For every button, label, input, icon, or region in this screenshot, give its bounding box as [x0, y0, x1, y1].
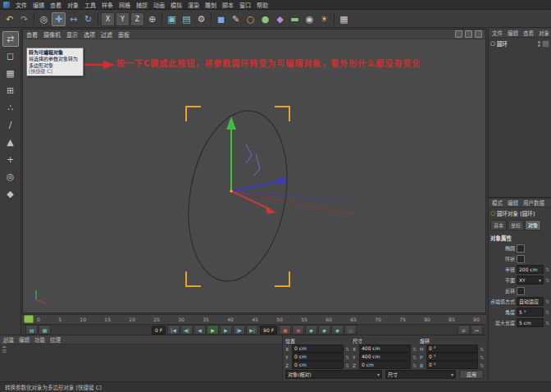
visibility-dots-icon[interactable] [538, 41, 540, 47]
render-settings-icon[interactable]: ⚙ [194, 12, 208, 26]
viewport-canvas[interactable] [23, 30, 487, 314]
z-axis-lock-icon[interactable]: Z [130, 12, 144, 26]
convert-to-editable-icon[interactable]: ⇄ [2, 31, 19, 47]
menu-item[interactable]: 动画 [153, 1, 165, 9]
timeline-ruler[interactable]: 051015202530354045505560657075808590 [22, 314, 486, 324]
menu-item[interactable]: 雕刻 [205, 1, 216, 9]
polygons-mode-icon[interactable]: ▲ [2, 134, 19, 150]
object-name[interactable]: 圆环 [497, 39, 508, 48]
apply-button[interactable]: 应用 [459, 370, 484, 379]
render-region-icon[interactable]: ▤ [180, 12, 194, 26]
menu-item[interactable]: 样条 [102, 1, 113, 9]
autokey-button[interactable]: ◉ [292, 325, 304, 335]
viewport-menu-item[interactable]: 过滤 [101, 30, 112, 39]
attribute-control[interactable] [517, 287, 525, 295]
viewport-menu-item[interactable]: 面板 [118, 30, 130, 39]
points-mode-icon[interactable]: ∴ [2, 100, 19, 116]
spinner-icon[interactable]: ⇅ [345, 346, 349, 352]
toolbar-separator[interactable] [34, 13, 34, 25]
x-axis-lock-icon[interactable]: X [101, 12, 115, 26]
record-parameter-button[interactable]: ◇ [344, 325, 357, 335]
axis-mode-icon[interactable]: + [2, 152, 19, 167]
timeline-scrubber[interactable] [24, 315, 34, 323]
object-manager-menu-item[interactable]: 编辑 [508, 29, 518, 37]
spinner-icon[interactable]: ⇅ [412, 346, 417, 352]
object-manager-menu-item[interactable]: 查看 [523, 29, 534, 37]
record-scale-button[interactable]: ◆ [318, 325, 330, 335]
spinner-icon[interactable]: ⇅ [480, 354, 484, 360]
attribute-control[interactable]: 200 cm [517, 265, 544, 274]
model-mode-icon[interactable]: ◻ [2, 48, 19, 64]
viewport-menu-item[interactable]: 显示 [66, 30, 78, 39]
play-button[interactable]: ▶ [207, 325, 219, 335]
menu-item[interactable]: 文件 [16, 1, 27, 9]
record-keyframe-button[interactable]: ● [279, 325, 291, 335]
viewport-maximize-icon[interactable] [475, 30, 482, 38]
attribute-tab[interactable]: 坐标 [508, 220, 524, 230]
prev-frame-button[interactable]: ◀ [194, 325, 206, 335]
spinner-icon[interactable]: ⇅ [345, 354, 349, 360]
spinner-icon[interactable]: ⇅ [412, 354, 417, 360]
toolbar-separator[interactable] [162, 13, 162, 25]
goto-end-button[interactable]: ▶| [246, 325, 258, 335]
attribute-control[interactable] [517, 255, 525, 263]
coordinate-field[interactable]: 0 cm [292, 361, 344, 369]
viewport-menu-item[interactable]: 查看 [26, 30, 38, 39]
keyframe-track-icon[interactable]: ▦ [39, 325, 51, 335]
edges-mode-icon[interactable]: ∕ [2, 117, 19, 133]
material-menu-item[interactable]: 功能 [34, 335, 45, 344]
coordinate-field[interactable]: 0 ° [426, 353, 478, 361]
y-axis-handle[interactable] [226, 116, 236, 191]
render-view-icon[interactable]: ▣ [165, 12, 179, 26]
attribute-tab[interactable]: 基本 [490, 220, 507, 230]
texture-mode-icon[interactable]: ▦ [2, 66, 19, 81]
spinner-icon[interactable]: ⇅ [412, 362, 417, 368]
coordinate-field[interactable]: 0 cm [292, 344, 344, 353]
add-cube-icon[interactable]: ◼ [214, 12, 228, 26]
viewport-menu-item[interactable]: 选项 [84, 30, 95, 39]
prev-key-button[interactable]: ◀| [180, 325, 193, 335]
menu-item[interactable]: 编辑 [33, 1, 44, 9]
move-tool-icon[interactable]: ✚ [52, 12, 66, 26]
coordinate-field[interactable]: 0 cm [359, 361, 411, 369]
array-object-icon[interactable]: ◆ [273, 12, 287, 26]
coordinate-system-icon[interactable]: ⊕ [145, 12, 159, 26]
object-manager-menu-item[interactable]: 文件 [492, 29, 503, 37]
goto-start-button[interactable]: |◀ [167, 325, 180, 335]
spinner-icon[interactable]: ⇅ [545, 309, 549, 315]
spinner-icon[interactable]: ⇅ [545, 299, 549, 304]
spinner-icon[interactable]: ⇅ [480, 362, 484, 368]
coordinate-mode-dropdown[interactable]: 对象(相对) [285, 370, 382, 379]
z-axis-handle[interactable] [231, 177, 289, 191]
menu-item[interactable]: 网格 [119, 1, 130, 9]
spline-tag-icon[interactable] [542, 40, 549, 48]
redo-icon[interactable]: ↷ [17, 12, 31, 26]
viewport-shading-icon[interactable] [455, 30, 462, 38]
subdivision-surface-icon[interactable]: ● [258, 12, 272, 26]
coordinate-field[interactable]: 400 cm [359, 353, 411, 361]
spinner-icon[interactable]: ⇅ [480, 346, 484, 352]
display-mode-icon[interactable]: ▦ [337, 12, 351, 26]
coordinate-field[interactable]: 0 ° [426, 344, 478, 353]
workplane-mode-icon[interactable]: ⊞ [2, 83, 19, 98]
light-object-icon[interactable]: ☀ [317, 12, 331, 26]
coordinate-field[interactable]: 400 cm [359, 344, 411, 353]
menu-item[interactable]: 捕捉 [136, 1, 148, 9]
viewport-layout-icon[interactable] [465, 30, 472, 38]
size-mode-dropdown[interactable]: 尺寸 [385, 370, 456, 379]
viewport-solo-icon[interactable]: ◎ [2, 169, 19, 185]
fit-timeline-icon[interactable]: ↔ [471, 325, 483, 335]
snap-settings-icon[interactable]: ◆ [2, 186, 19, 202]
toolbar-separator[interactable] [334, 13, 335, 25]
attribute-manager-menu-item[interactable]: 编辑 [508, 198, 518, 207]
coordinate-field[interactable]: 0 ° [426, 361, 478, 369]
menu-item[interactable]: 模拟 [171, 1, 182, 9]
toolbar-separator[interactable] [98, 13, 98, 25]
viewport[interactable]: 查看摄像机显示选项过滤面板 转为可编辑对象 将选择的参数对象转为多边形对象 [快… [22, 29, 486, 313]
options-icon[interactable]: ≡ [458, 325, 470, 335]
end-frame-field[interactable]: 90 F [260, 326, 277, 335]
menu-item[interactable]: 工具 [84, 1, 96, 9]
menu-item[interactable]: 渲染 [188, 1, 199, 9]
record-position-button[interactable]: ◆ [305, 325, 317, 335]
spline-pen-icon[interactable]: ✎ [229, 12, 243, 26]
